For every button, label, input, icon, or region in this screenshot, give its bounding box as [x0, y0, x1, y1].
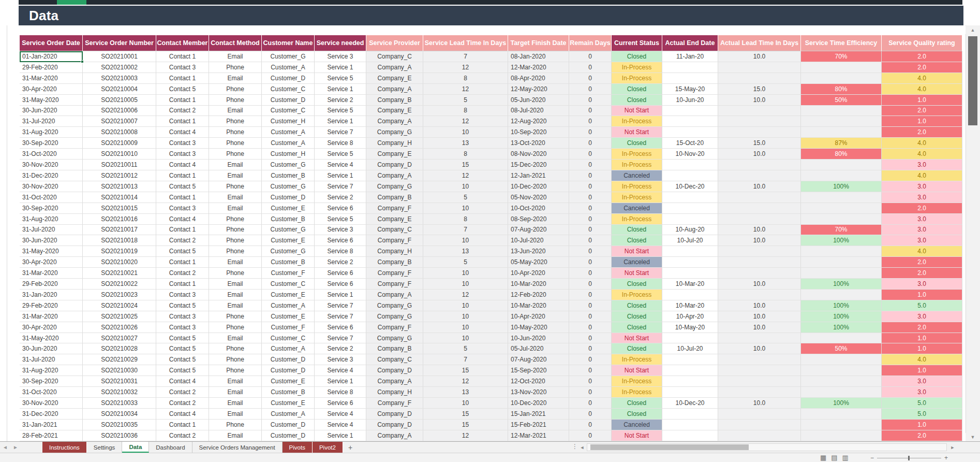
cell[interactable]: Customer_H	[262, 149, 315, 160]
cell[interactable]: 0	[569, 257, 612, 268]
cell[interactable]: Contact 4	[156, 214, 209, 225]
cell[interactable]: 0	[569, 354, 612, 365]
cell[interactable]: Contact 1	[156, 257, 209, 268]
cell[interactable]: 3.0	[882, 387, 962, 398]
cell[interactable]	[662, 170, 718, 181]
cell[interactable]: 3.0	[882, 235, 962, 246]
cell[interactable]: 31-Jul-2020	[20, 116, 83, 127]
hscroll-right-arrow-icon[interactable]: ►	[949, 443, 956, 451]
column-header[interactable]: Service Provider	[366, 35, 423, 51]
cell[interactable]: 13	[423, 138, 508, 149]
cell[interactable]: 2.0	[882, 62, 962, 73]
cell[interactable]: 0	[569, 203, 612, 214]
cell[interactable]	[801, 246, 882, 257]
cell[interactable]	[662, 376, 718, 387]
tab-service-orders-management[interactable]: Service Orders Management	[192, 442, 283, 453]
cell[interactable]: Company_D	[366, 160, 423, 170]
cell[interactable]	[718, 365, 801, 376]
scroll-up-arrow-icon[interactable]: ▲	[966, 26, 980, 34]
cell[interactable]: 10.0	[718, 149, 801, 160]
column-header[interactable]: Target Finish Date	[508, 35, 569, 51]
cell[interactable]: 31-Jul-2020	[20, 354, 83, 365]
cell[interactable]: Contact 4	[156, 409, 209, 420]
cell[interactable]: 5.0	[882, 409, 962, 420]
cell[interactable]: Service 3	[315, 225, 366, 236]
cell[interactable]: Contact 5	[156, 300, 209, 311]
cell[interactable]	[801, 192, 882, 203]
cell[interactable]: 50%	[801, 343, 882, 354]
cell[interactable]: Customer_F	[262, 268, 315, 279]
cell[interactable]: 08-Apr-2020	[508, 73, 569, 84]
cell[interactable]: Customer_H	[262, 116, 315, 127]
cell[interactable]: Service 8	[315, 387, 366, 398]
cell[interactable]: In-Process	[612, 376, 662, 387]
cell[interactable]: Company_A	[366, 170, 423, 181]
cell[interactable]: 7	[423, 51, 508, 62]
cell[interactable]: SO20210033	[83, 398, 156, 409]
cell[interactable]: SO20210024	[83, 300, 156, 311]
cell[interactable]: 10.0	[718, 95, 801, 106]
cell[interactable]: 31-Jan-2021	[20, 420, 83, 430]
cell[interactable]: Phone	[209, 214, 262, 225]
cell[interactable]: 30-Jun-2020	[20, 106, 83, 117]
cell[interactable]: Contact 1	[156, 192, 209, 203]
cell[interactable]: Contact 3	[156, 290, 209, 300]
cell[interactable]	[662, 268, 718, 279]
cell[interactable]: Service 5	[315, 214, 366, 225]
cell[interactable]: SO20210034	[83, 409, 156, 420]
cell[interactable]: 0	[569, 268, 612, 279]
cell[interactable]: Phone	[209, 268, 262, 279]
cell[interactable]: Customer_E	[262, 290, 315, 300]
cell[interactable]: 8	[423, 73, 508, 84]
cell[interactable]: Company_E	[366, 73, 423, 84]
cell[interactable]	[801, 387, 882, 398]
cell[interactable]: Phone	[209, 127, 262, 138]
cell[interactable]	[662, 333, 718, 344]
cell[interactable]	[662, 73, 718, 84]
cell[interactable]: 13-Nov-2020	[508, 387, 569, 398]
cell[interactable]: Contact 5	[156, 246, 209, 257]
cell[interactable]: Service 1	[315, 116, 366, 127]
cell[interactable]: SO20210013	[83, 181, 156, 192]
cell[interactable]: Phone	[209, 343, 262, 354]
cell[interactable]: Email	[209, 333, 262, 344]
cell[interactable]: Service 3	[315, 51, 366, 62]
cell[interactable]: Service 7	[315, 333, 366, 344]
cell[interactable]: 2.0	[882, 127, 962, 138]
cell[interactable]: 10-Dec-2020	[508, 398, 569, 409]
cell[interactable]: 0	[569, 51, 612, 62]
cell[interactable]: Contact 1	[156, 420, 209, 430]
cell[interactable]: 15-Feb-2021	[508, 420, 569, 430]
cell[interactable]: 0	[569, 365, 612, 376]
column-header[interactable]: Current Status	[612, 35, 662, 51]
tab-data[interactable]: Data	[122, 442, 149, 453]
cell[interactable]: Contact 2	[156, 268, 209, 279]
tab-scrollbar-splitter-icon[interactable]: ⋮	[572, 443, 577, 450]
cell[interactable]: 12-May-2020	[508, 84, 569, 95]
cell[interactable]: Customer_C	[262, 333, 315, 344]
cell[interactable]	[801, 376, 882, 387]
cell[interactable]: 10-Dec-20	[662, 398, 718, 409]
cell[interactable]: Company_D	[366, 420, 423, 430]
cell[interactable]: 15	[423, 420, 508, 430]
cell[interactable]: 1.0	[882, 333, 962, 344]
cell[interactable]: 0	[569, 170, 612, 181]
cell[interactable]: 10.0	[718, 51, 801, 62]
cell[interactable]: SO20210025	[83, 311, 156, 322]
cell[interactable]	[662, 365, 718, 376]
cell[interactable]: 0	[569, 300, 612, 311]
cell[interactable]: Email	[209, 409, 262, 420]
cell[interactable]: Company_A	[366, 62, 423, 73]
cell[interactable]: 12-Mar-2020	[508, 62, 569, 73]
cell[interactable]: Service 4	[315, 420, 366, 430]
cell[interactable]: Canceled	[612, 420, 662, 430]
cell[interactable]: Customer_G	[262, 160, 315, 170]
cell[interactable]: Service 5	[315, 106, 366, 117]
cell[interactable]: Service 2	[315, 257, 366, 268]
column-header[interactable]: Actual End Date	[662, 35, 718, 51]
hscroll-left-arrow-icon[interactable]: ◄	[578, 443, 586, 451]
cell[interactable]: Contact 1	[156, 95, 209, 106]
cell[interactable]: Service 2	[315, 95, 366, 106]
cell[interactable]: 12-Oct-2020	[508, 376, 569, 387]
cell[interactable]: Closed	[612, 95, 662, 106]
